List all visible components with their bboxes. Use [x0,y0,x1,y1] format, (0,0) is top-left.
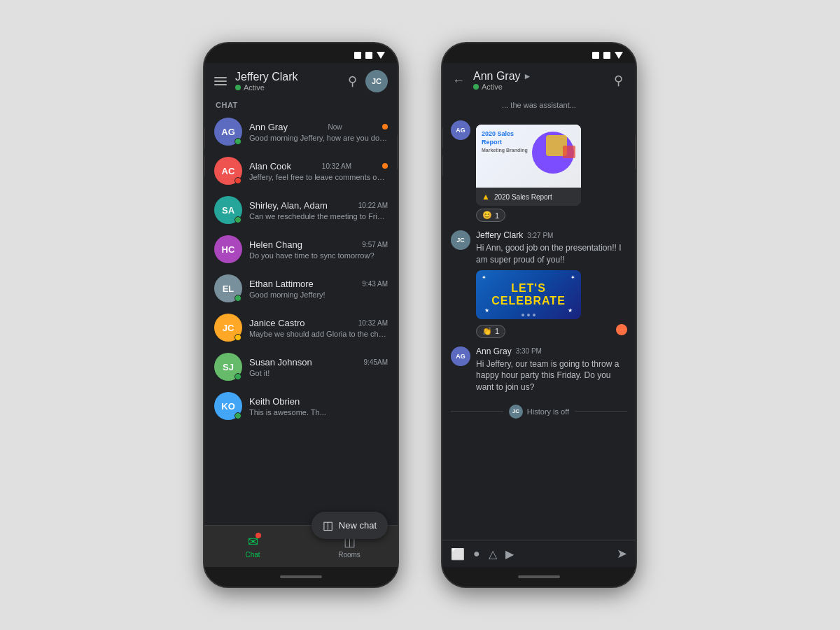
shirley-preview: Can we reschedule the meeting to Friday? [249,212,388,220]
janice-badge [234,334,241,341]
ethan-avatar-wrapper: EL [214,274,242,302]
chat-item-helen[interactable]: HC Helen Chang 9:57 AM Do you have time … [204,230,398,269]
drive-button[interactable]: △ [489,547,497,561]
star2: ✦ [570,274,575,281]
phone-2-screen: ← Ann Gray ► Active ⚲ ... the was assist… [442,63,636,567]
camera-button[interactable]: ● [473,547,480,560]
ann-name: Ann Gray [249,122,288,132]
shirley-time: 10:22 AM [358,202,388,209]
history-label-wrapper: JC History is off [509,405,569,419]
back-button[interactable]: ← [452,74,465,88]
phone2-power[interactable] [635,134,637,169]
detail-status-label: Active [482,83,503,91]
phone-notch [280,43,322,52]
history-label: History is off [527,407,569,416]
keith-name: Keith Obrien [249,396,300,407]
chat-item-ann[interactable]: AG Ann Gray Now Good morning Jeffery, ho… [204,112,398,151]
keith-chat-content: Keith Obrien This is awesome. Th... [249,396,388,416]
ethan-badge [234,295,241,302]
ethan-time: 9:43 AM [362,280,388,288]
helen-name: Helen Chang [249,239,302,250]
file-preview: 2020 SalesReportMarketing Branding [476,125,581,188]
ann-reply-header: Ann Gray 3:30 PM [476,346,627,356]
new-chat-icon: ◫ [323,519,333,532]
status-dot [235,85,241,90]
alan-name: Alan Cook [249,161,291,172]
keith-preview: This is awesome. Th... [249,408,388,416]
janice-top-row: Janice Castro 10:32 AM [249,318,388,328]
susan-time: 9:45AM [364,358,388,366]
janice-chat-content: Janice Castro 10:32 AM Maybe we should a… [249,318,388,338]
report-deco2 [563,146,575,158]
detail-status: Active [473,83,606,91]
ann-chat-content: Ann Gray Now Good morning Jeffery, how a… [249,122,388,142]
new-chat-label: New chat [339,520,377,531]
detail-header: ← Ann Gray ► Active ⚲ [442,63,636,95]
chat-item-alan[interactable]: AC Alan Cook 10:32 AM Jeffery, feel free… [204,151,398,190]
susan-avatar-wrapper: SJ [214,353,242,381]
chat-item-janice[interactable]: JC Janice Castro 10:32 AM Maybe we shoul… [204,308,398,347]
janice-name: Janice Castro [249,318,304,328]
chat-item-susan[interactable]: SJ Susan Johnson 9:45AM Got it! [204,347,398,386]
star1: ✦ [482,274,486,281]
ethan-preview: Good morning Jeffery! [249,290,388,299]
phone2-volume-up[interactable] [441,127,443,148]
phone-2-notch [518,43,560,52]
history-line-left [451,411,503,412]
section-label: CHAT [204,97,398,112]
celebrate-dots [522,314,536,316]
chat-item-ethan[interactable]: EL Ethan Lattimore 9:43 AM Good morning … [204,269,398,308]
chat-nav-label: Chat [245,551,260,559]
jeffery-msg-time: 3:27 PM [527,232,553,239]
jeffery-msg-avatar: JC [451,230,470,250]
phone-1-screen: Jeffery Clark Active ⚲ JC CHAT AG [204,63,398,567]
phone2-home-indicator[interactable] [518,575,560,578]
shirley-name: Shirley, Alan, Adam [249,200,328,211]
menu-button[interactable] [214,77,227,85]
keith-avatar-wrapper: KO [214,392,242,420]
chat-list: AG Ann Gray Now Good morning Jeffery, ho… [204,112,398,525]
ethan-chat-content: Ethan Lattimore 9:43 AM Good morning Jef… [249,279,388,299]
sales-report-preview: 2020 SalesReportMarketing Branding [476,125,581,188]
phone2-volume-down[interactable] [441,155,443,176]
name-arrow: ► [524,71,532,81]
celebrate-reaction[interactable]: 👏 1 [476,325,505,338]
file-reaction-count: 1 [495,211,499,220]
send-button[interactable]: ➤ [617,546,627,561]
susan-badge [234,373,241,380]
file-reaction[interactable]: 😊 1 [476,209,505,222]
janice-avatar-wrapper: JC [214,314,242,342]
image-attach-button[interactable]: ⬜ [451,547,465,561]
ann-reply-avatar: AG [451,346,470,366]
alan-badge [234,177,241,184]
detail-search-button[interactable]: ⚲ [611,70,626,91]
video-button[interactable]: ▶ [505,547,514,561]
ethan-top-row: Ethan Lattimore 9:43 AM [249,279,388,289]
new-chat-button[interactable]: ◫ New chat [312,512,388,539]
alan-avatar-wrapper: AC [214,157,242,185]
ann-file-message: AG 2020 SalesReportMarketing Branding [451,120,627,222]
chat-item-shirley[interactable]: SA Shirley, Alan, Adam 10:22 AM Can we r… [204,190,398,230]
ann-top-row: Ann Gray Now [249,122,388,132]
jeffery-msg-header: Jeffery Clark 3:27 PM [476,230,627,240]
p2-wifi-icon [592,52,599,59]
user-avatar[interactable]: JC [365,70,388,92]
ann-reply-message: AG Ann Gray 3:30 PM Hi Jeffery, our team… [451,346,627,393]
nav-chat[interactable]: ✉ Chat [204,526,301,567]
detail-contact-name: Ann Gray ► [473,70,606,83]
header-status: Active [235,83,340,92]
shirley-avatar-wrapper: SA [214,196,242,224]
ann-preview: Good morning Jeffery, how are you doing? [249,134,388,142]
phone-1-bottom-bar [204,567,398,587]
p2-battery-icon [615,52,623,59]
home-indicator[interactable] [280,575,322,578]
truncated-msg: ... the was assistant... [451,101,627,109]
chat-item-keith[interactable]: KO Keith Obrien This is awesome. Th... [204,386,398,426]
message-list: ... the was assistant... AG 2020 SalesRe… [442,95,636,540]
scene: Jeffery Clark Active ⚲ JC CHAT AG [0,0,840,630]
susan-preview: Got it! [249,369,388,377]
chat-list-header: Jeffery Clark Active ⚲ JC [204,63,398,97]
search-button[interactable]: ⚲ [345,71,360,92]
celebrate-gif: ✦ ✦ ★ ★ LET'SCELEBRATE [476,270,581,319]
jeffery-msg-text: Hi Ann, good job on the presentation!! I… [476,242,627,266]
